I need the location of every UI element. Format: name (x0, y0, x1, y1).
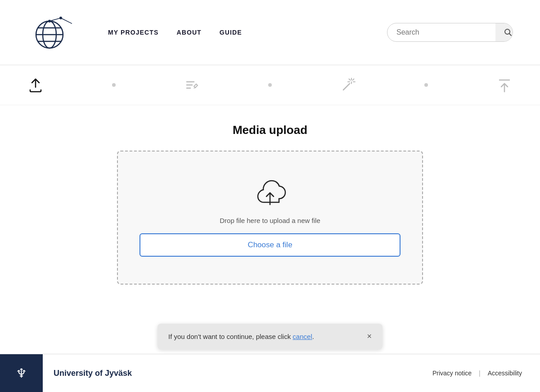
search-area (387, 23, 513, 42)
logo-area (27, 10, 72, 55)
svg-line-21 (349, 79, 350, 80)
toolbar-dot-2 (200, 83, 339, 87)
svg-line-15 (194, 88, 195, 88)
site-header: MY PROJECTS ABOUT GUIDE (0, 0, 540, 65)
footer-links: Privacy notice | Accessibility (432, 370, 540, 377)
cloud-upload-icon (252, 178, 288, 208)
nav-my-projects[interactable]: MY PROJECTS (108, 29, 158, 36)
step-edit[interactable] (183, 76, 200, 94)
step-publish[interactable] (496, 76, 513, 94)
list-edit-step-icon (183, 76, 200, 94)
footer-logo-block: ♆ (0, 354, 43, 392)
magic-wand-step-icon (340, 76, 357, 94)
search-input[interactable] (387, 24, 495, 41)
step-magic[interactable] (340, 76, 357, 94)
site-footer: ♆ University of Jyväsk Privacy notice | … (0, 354, 540, 392)
svg-line-8 (50, 18, 61, 21)
toast-close-button[interactable]: × (367, 332, 372, 341)
upload-dropzone[interactable]: Drop file here to upload a new file Choo… (117, 151, 423, 285)
svg-line-11 (509, 34, 512, 36)
torch-icon: ♆ (16, 366, 27, 381)
svg-line-9 (61, 18, 72, 27)
nav-guide[interactable]: GUIDE (220, 29, 242, 36)
step-upload[interactable] (27, 76, 44, 94)
privacy-notice-link[interactable]: Privacy notice (432, 370, 472, 377)
globe-logo-icon (27, 10, 72, 55)
nav-about[interactable]: ABOUT (176, 29, 201, 36)
search-button[interactable] (495, 23, 513, 41)
toast-notification: If you don't want to continue, please cl… (158, 324, 382, 349)
page-title: Media upload (233, 123, 307, 137)
search-icon (504, 28, 513, 37)
toast-cancel-link[interactable]: cancel (292, 333, 312, 340)
search-wrapper (387, 23, 513, 42)
choose-file-button[interactable]: Choose a file (140, 233, 400, 257)
accessibility-link[interactable]: Accessibility (488, 370, 522, 377)
toolbar-dot-3 (357, 83, 496, 87)
main-content: Media upload Drop file here to upload a … (0, 105, 540, 303)
drop-text: Drop file here to upload a new file (220, 217, 320, 224)
step-toolbar (0, 65, 540, 105)
svg-line-22 (352, 79, 354, 80)
publish-step-icon (496, 76, 513, 94)
toolbar-dot-1 (44, 83, 183, 87)
upload-step-icon (27, 76, 44, 94)
svg-line-16 (343, 84, 350, 90)
footer-divider: | (479, 370, 481, 377)
toast-message: If you don't want to continue, please cl… (168, 333, 314, 340)
main-nav: MY PROJECTS ABOUT GUIDE (108, 29, 387, 36)
footer-university-name: University of Jyväsk (43, 369, 432, 378)
